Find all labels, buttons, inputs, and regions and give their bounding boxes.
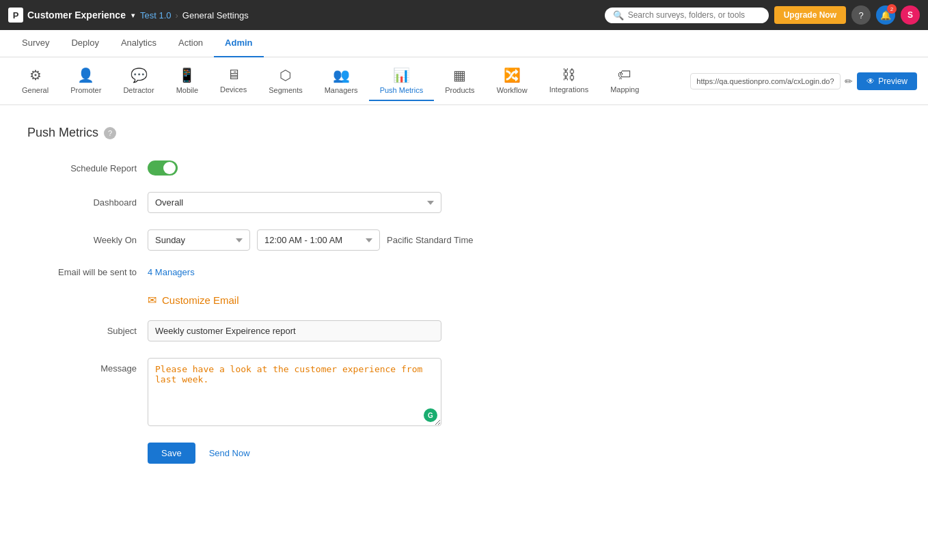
notifications-button[interactable]: 🔔 2	[876, 5, 895, 25]
detractor-icon: 💬	[131, 67, 148, 83]
toolbar-devices-label: Devices	[220, 85, 247, 94]
timezone-text: Pacific Standard Time	[387, 235, 473, 245]
weekly-on-control: Sunday Monday Tuesday Wednesday Thursday…	[148, 229, 473, 251]
toolbar-managers[interactable]: 👥 Managers	[314, 61, 369, 101]
toolbar-integrations[interactable]: ⛓ Integrations	[538, 61, 599, 100]
edit-url-icon[interactable]: ✏	[845, 76, 853, 87]
toolbar-workflow-label: Workflow	[497, 86, 528, 94]
save-button[interactable]: Save	[148, 443, 195, 464]
toolbar-push-metrics-label: Push Metrics	[380, 86, 424, 94]
tab-admin[interactable]: Admin	[214, 30, 263, 57]
promoter-icon: 👤	[77, 67, 94, 83]
subject-row: Subject	[27, 320, 901, 341]
search-input[interactable]	[628, 10, 761, 20]
dashboard-select[interactable]: Overall	[148, 192, 441, 213]
toolbar-integrations-label: Integrations	[549, 85, 588, 94]
integrations-icon: ⛓	[562, 67, 575, 83]
email-sent-row: Email will be sent to 4 Managers	[27, 267, 901, 277]
topbar-actions: ? 🔔 2 S	[851, 5, 920, 25]
user-avatar[interactable]: S	[901, 5, 920, 25]
mobile-icon: 📱	[178, 67, 195, 83]
upgrade-button[interactable]: Upgrade Now	[774, 6, 846, 24]
customize-email-label: Customize Email	[162, 294, 239, 306]
icon-toolbar: ⚙ General 👤 Promoter 💬 Detractor 📱 Mobil…	[0, 57, 928, 105]
breadcrumb-arrow: ›	[175, 10, 178, 20]
schedule-report-label: Schedule Report	[27, 163, 137, 173]
url-bar: ✏ 👁 Preview	[690, 72, 917, 90]
managers-icon: 👥	[333, 67, 350, 83]
schedule-report-control	[148, 160, 178, 176]
topbar: P Customer Experience ▾ Test 1.0 › Gener…	[0, 0, 928, 30]
toolbar-general[interactable]: ⚙ General	[11, 61, 59, 101]
mapping-icon: 🏷	[618, 67, 631, 83]
general-icon: ⚙	[29, 67, 42, 83]
preview-button[interactable]: 👁 Preview	[857, 72, 917, 90]
subject-label: Subject	[27, 326, 137, 336]
notification-badge: 2	[887, 4, 897, 14]
nav-tabs: Survey Deploy Analytics Action Admin	[0, 30, 928, 57]
breadcrumb-current: General Settings	[182, 10, 249, 20]
toolbar-products-label: Products	[445, 86, 474, 94]
help-button[interactable]: ?	[851, 5, 871, 25]
dashboard-label: Dashboard	[27, 197, 137, 208]
search-icon: 🔍	[613, 10, 624, 20]
message-control: Please have a look at the customer exper…	[148, 358, 441, 426]
toolbar-mobile[interactable]: 📱 Mobile	[165, 61, 209, 101]
app-name: Customer Experience	[27, 10, 126, 20]
subject-control	[148, 320, 441, 341]
toolbar-mapping[interactable]: 🏷 Mapping	[599, 61, 650, 100]
message-row: Message Please have a look at the custom…	[27, 358, 901, 426]
main-content: Push Metrics ? Schedule Report Dashboard…	[0, 105, 928, 560]
search-box[interactable]: 🔍	[605, 8, 769, 23]
email-sent-label: Email will be sent to	[27, 267, 137, 277]
managers-link[interactable]: 4 Managers	[148, 267, 195, 277]
schedule-report-row: Schedule Report	[27, 160, 901, 176]
dashboard-row: Dashboard Overall	[27, 192, 901, 213]
toolbar-devices[interactable]: 🖥 Devices	[209, 61, 258, 100]
eye-icon: 👁	[866, 76, 875, 86]
toolbar-workflow[interactable]: 🔀 Workflow	[486, 61, 538, 101]
app-chevron-icon: ▾	[131, 12, 135, 19]
app-logo[interactable]: P Customer Experience ▾	[8, 8, 135, 23]
toolbar-detractor-label: Detractor	[123, 86, 154, 94]
tab-action[interactable]: Action	[167, 30, 214, 57]
devices-icon: 🖥	[227, 67, 241, 83]
logo-icon: P	[8, 8, 23, 23]
email-icon: ✉	[148, 294, 156, 307]
url-input[interactable]	[690, 73, 841, 89]
weekly-on-label: Weekly On	[27, 235, 137, 245]
tab-deploy[interactable]: Deploy	[60, 30, 109, 57]
breadcrumb: Test 1.0 › General Settings	[140, 10, 249, 20]
toolbar-products[interactable]: ▦ Products	[434, 61, 485, 101]
toolbar-segments-label: Segments	[269, 86, 303, 94]
message-label: Message	[27, 358, 137, 374]
dashboard-control: Overall	[148, 192, 441, 213]
toolbar-promoter-label: Promoter	[70, 86, 101, 94]
tab-analytics[interactable]: Analytics	[110, 30, 167, 57]
send-now-button[interactable]: Send Now	[202, 443, 257, 464]
page-help-icon[interactable]: ?	[104, 127, 116, 139]
breadcrumb-test[interactable]: Test 1.0	[140, 10, 172, 20]
toolbar-promoter[interactable]: 👤 Promoter	[59, 61, 112, 101]
grammarly-icon: G	[424, 408, 437, 422]
weekly-on-row: Weekly On Sunday Monday Tuesday Wednesda…	[27, 229, 901, 251]
toolbar-general-label: General	[22, 86, 49, 94]
subject-input[interactable]	[148, 320, 441, 341]
tab-survey[interactable]: Survey	[11, 30, 60, 57]
toolbar-segments[interactable]: ⬡ Segments	[258, 61, 314, 101]
page-title: Push Metrics ?	[27, 126, 901, 140]
products-icon: ▦	[453, 67, 466, 83]
message-textarea[interactable]: Please have a look at the customer exper…	[148, 358, 441, 426]
toolbar-detractor[interactable]: 💬 Detractor	[112, 61, 165, 101]
toolbar-mapping-label: Mapping	[610, 85, 639, 94]
toolbar-managers-label: Managers	[325, 86, 358, 94]
toolbar-push-metrics[interactable]: 📊 Push Metrics	[369, 61, 435, 101]
push-metrics-icon: 📊	[393, 67, 410, 83]
schedule-report-toggle[interactable]	[148, 160, 178, 176]
email-sent-control: 4 Managers	[148, 267, 195, 277]
day-select[interactable]: Sunday Monday Tuesday Wednesday Thursday…	[148, 229, 250, 251]
customize-email-header: ✉ Customize Email	[148, 294, 901, 307]
toolbar-mobile-label: Mobile	[176, 86, 198, 94]
time-select[interactable]: 12:00 AM - 1:00 AM 1:00 AM - 2:00 AM 2:0…	[257, 229, 380, 251]
workflow-icon: 🔀	[504, 67, 521, 83]
